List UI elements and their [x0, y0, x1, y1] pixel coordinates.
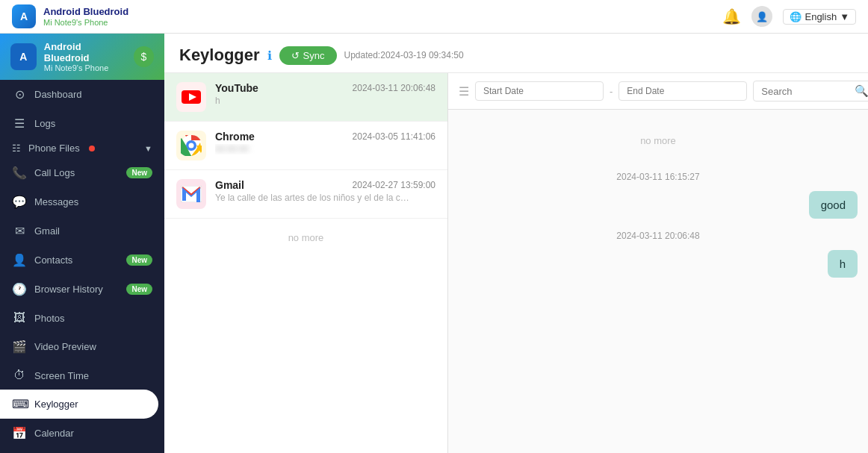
- sidebar-item-label: Calendar: [34, 428, 152, 439]
- sync-icon: ↺: [291, 50, 300, 61]
- gmail-icon: ✉: [12, 224, 27, 238]
- sidebar-item-label: Browser History: [34, 284, 119, 295]
- sidebar-item-messages[interactable]: 💬 Messages: [0, 187, 164, 216]
- sidebar-header: A Android Bluedroid Mi Note9's Phone $: [0, 34, 164, 80]
- layout: A Android Bluedroid Mi Note9's Phone $ ⊙…: [0, 34, 868, 453]
- sidebar-item-label: Screen Time: [34, 370, 152, 381]
- call-logs-icon: 📞: [12, 166, 27, 180]
- search-input[interactable]: [761, 86, 851, 97]
- device-name: Mi Note9's Phone: [43, 18, 128, 27]
- gmail-info: Gmail 2024-02-27 13:59:00 Ye la calle de…: [215, 179, 435, 203]
- sidebar-item-label: Call Logs: [34, 167, 119, 178]
- keylogger-icon: ⌨: [12, 397, 27, 411]
- avatar[interactable]: 👤: [751, 6, 772, 27]
- bell-icon[interactable]: 🔔: [722, 7, 741, 25]
- app-name-chrome: Chrome: [215, 131, 255, 143]
- app-name-gmail: Gmail: [215, 179, 244, 191]
- app-list-panel: YouTube 2024-03-11 20:06:48 h: [164, 73, 448, 453]
- app-preview-youtube: h: [215, 96, 409, 106]
- language-label: English: [805, 11, 837, 22]
- info-icon[interactable]: ℹ: [267, 49, 272, 63]
- sidebar-item-phone-files[interactable]: ☷ Phone Files ▼: [0, 138, 164, 158]
- globe-icon: 🌐: [790, 11, 802, 22]
- chrome-icon: [176, 131, 206, 160]
- list-item[interactable]: Chrome 2024-03-05 11:41:06 ••• ••• •••: [164, 122, 447, 170]
- sidebar-item-label: Photos: [34, 313, 152, 324]
- messages-icon: 💬: [12, 195, 27, 209]
- sidebar-item-gmail[interactable]: ✉ Gmail: [0, 216, 164, 246]
- topbar-left: A Android Bluedroid Mi Note9's Phone: [12, 4, 128, 28]
- app-logo: A: [12, 4, 36, 28]
- date-separator: -: [610, 86, 613, 97]
- sidebar-item-screen-time[interactable]: ⏱ Screen Time: [0, 361, 164, 390]
- sidebar-item-video-preview[interactable]: 🎬 Video Preview: [0, 332, 164, 361]
- sidebar-item-label: Logs: [34, 118, 152, 129]
- sidebar-item-dashboard[interactable]: ⊙ Dashboard: [0, 80, 164, 109]
- phone-files-icon: ☷: [12, 143, 21, 154]
- message-timestamp: 2024-03-11 16:15:27: [459, 172, 858, 182]
- keylogger-header: Keylogger ℹ ↺ Sync Updated:2024-03-19 09…: [164, 34, 868, 73]
- gmail-icon: [176, 179, 206, 209]
- topbar-right: 🔔 👤 🌐 English ▼: [722, 6, 856, 27]
- message-bubble: good: [809, 191, 858, 219]
- detail-panel: ☰ - 🔍 no more 2024-03-11 16:15:27 good 2…: [448, 73, 868, 453]
- sidebar-item-browser-history[interactable]: 🕐 Browser History New: [0, 275, 164, 304]
- message-bubble: h: [828, 250, 858, 278]
- sidebar-item-photos[interactable]: 🖼 Photos: [0, 304, 164, 332]
- app-preview-chrome: ••• ••• •••: [215, 144, 409, 154]
- app-name-youtube: YouTube: [215, 82, 258, 94]
- browser-history-icon: 🕐: [12, 282, 27, 296]
- list-item[interactable]: Gmail 2024-02-27 13:59:00 Ye la calle de…: [164, 170, 447, 219]
- app-name: Android Bluedroid: [43, 6, 128, 18]
- list-item[interactable]: YouTube 2024-03-11 20:06:48 h: [164, 73, 447, 122]
- app-date-youtube: 2024-03-11 20:06:48: [353, 83, 435, 93]
- sidebar-item-label: Contacts: [34, 254, 119, 266]
- sidebar-item-label: Gmail: [34, 225, 152, 237]
- sync-label: Sync: [303, 50, 325, 61]
- contacts-icon: 👤: [12, 253, 27, 267]
- new-badge: New: [126, 167, 152, 178]
- chevron-down-icon: ▼: [840, 11, 849, 22]
- language-selector[interactable]: 🌐 English ▼: [783, 9, 856, 25]
- new-badge: New: [126, 284, 152, 295]
- youtube-info: YouTube 2024-03-11 20:06:48 h: [215, 82, 435, 106]
- sidebar: A Android Bluedroid Mi Note9's Phone $ ⊙…: [0, 34, 164, 453]
- chevron-down-icon: ▼: [144, 144, 152, 153]
- no-more-label: no more: [164, 219, 447, 257]
- end-date-input[interactable]: [619, 81, 747, 101]
- sidebar-item-label: Video Preview: [34, 341, 152, 352]
- no-more-label: no more: [459, 122, 858, 160]
- calendar-icon: 📅: [12, 426, 27, 440]
- video-preview-icon: 🎬: [12, 340, 27, 354]
- sync-button[interactable]: ↺ Sync: [279, 46, 337, 65]
- red-dot-indicator: [89, 146, 95, 151]
- sidebar-item-calendar[interactable]: 📅 Calendar: [0, 419, 164, 448]
- sidebar-item-label: Phone Files: [28, 143, 80, 154]
- sidebar-device-name: Mi Note9's Phone: [44, 63, 126, 72]
- start-date-input[interactable]: [475, 81, 604, 101]
- sidebar-item-keylogger[interactable]: ⌨ Keylogger: [0, 390, 158, 419]
- list-icon: ☰: [459, 84, 469, 99]
- page-title: Keylogger: [179, 46, 260, 65]
- svg-point-4: [189, 143, 194, 149]
- sidebar-item-logs[interactable]: ☰ Logs: [0, 109, 164, 138]
- sidebar-item-contacts[interactable]: 👤 Contacts New: [0, 246, 164, 275]
- youtube-icon: [176, 82, 206, 112]
- content-area: YouTube 2024-03-11 20:06:48 h: [164, 73, 868, 453]
- sidebar-header-text: Android Bluedroid Mi Note9's Phone: [44, 41, 126, 72]
- message-timestamp: 2024-03-11 20:06:48: [459, 231, 858, 241]
- sidebar-item-label: Messages: [34, 196, 152, 207]
- app-preview-gmail: Ye la calle de las artes de los niños y …: [215, 193, 409, 203]
- search-icon[interactable]: 🔍: [855, 84, 868, 98]
- blurred-preview: ••• ••• •••: [215, 144, 248, 154]
- photos-icon: 🖼: [12, 311, 27, 325]
- logs-icon: ☰: [12, 116, 27, 131]
- detail-toolbar: ☰ - 🔍: [448, 73, 868, 110]
- sidebar-logo: A: [10, 43, 37, 70]
- screen-time-icon: ⏱: [12, 369, 27, 382]
- topbar: A Android Bluedroid Mi Note9's Phone 🔔 👤…: [0, 0, 868, 34]
- sidebar-item-label: Dashboard: [34, 89, 152, 100]
- new-badge: New: [126, 254, 152, 266]
- sidebar-item-label: Keylogger: [34, 399, 146, 410]
- sidebar-item-call-logs[interactable]: 📞 Call Logs New: [0, 158, 164, 187]
